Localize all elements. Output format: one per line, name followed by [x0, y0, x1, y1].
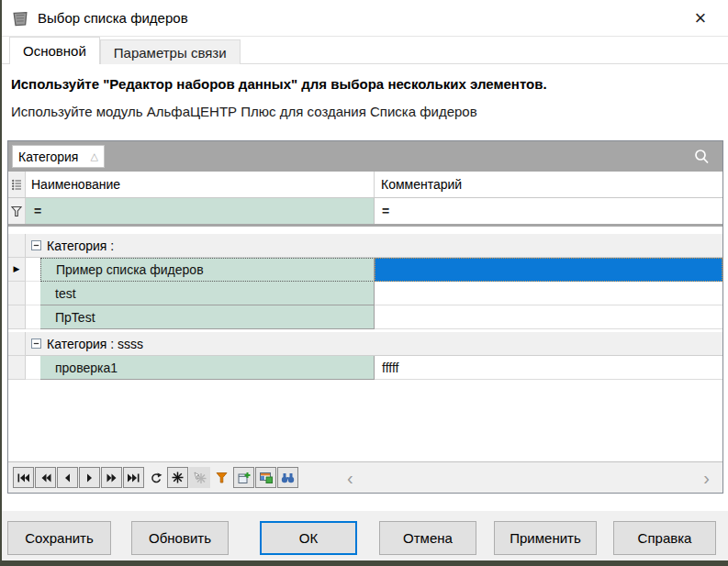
last-record-icon: [128, 473, 140, 483]
nav-next-page-button[interactable]: [101, 467, 122, 488]
group-row-category-ssss[interactable]: Категория : ssss: [8, 332, 722, 356]
nav-prev-record-button[interactable]: [57, 467, 78, 488]
spacer: [8, 227, 722, 234]
edit-record-disabled-icon: [194, 472, 207, 484]
scroll-right-icon[interactable]: ›: [703, 469, 710, 487]
tab-page-main: Используйте "Редактор наборов данных" дл…: [2, 64, 728, 511]
nav-next-record-button[interactable]: [79, 467, 100, 488]
collapse-icon[interactable]: [31, 240, 41, 250]
table-row[interactable]: проверка1 fffff: [8, 356, 722, 380]
help-button[interactable]: Справка: [613, 521, 716, 555]
nav-filter-button[interactable]: [211, 467, 232, 488]
current-row-arrow-icon: ▶: [14, 265, 20, 273]
refresh-button[interactable]: Обновить: [131, 521, 229, 555]
refresh-icon: [150, 472, 162, 483]
tab-connection-params[interactable]: Параметры связи: [100, 39, 241, 64]
row-indicator: ▶: [8, 258, 26, 282]
nav-first-record-button[interactable]: [13, 467, 34, 488]
cell-name[interactable]: Пример списка фидеров: [40, 258, 375, 282]
column-header-row: Наименование Комментарий: [8, 172, 722, 198]
cancel-button[interactable]: Отмена: [379, 521, 476, 555]
cell-comment[interactable]: [375, 305, 722, 329]
filter-funnel-icon: [11, 205, 22, 217]
scroll-left-icon[interactable]: ‹: [347, 469, 353, 487]
apply-button[interactable]: Применить: [494, 521, 597, 555]
nav-new-record-button[interactable]: [167, 467, 188, 488]
dialog-window: Выбор списка фидеров × Основной Параметр…: [2, 0, 728, 560]
horizontal-scrollbar[interactable]: ‹ ›: [299, 462, 722, 493]
column-chooser-icon: [12, 179, 22, 191]
row-indicator: [8, 305, 26, 329]
auto-filter-row: = =: [8, 198, 722, 224]
group-by-panel: Категория △: [8, 141, 722, 172]
filter-row-indicator[interactable]: [8, 198, 26, 224]
instruction-normal: Используйте модуль АльфаЦЕНТР Плюс для с…: [11, 104, 719, 119]
collapse-icon[interactable]: [31, 338, 41, 349]
cell-comment-selected[interactable]: [375, 258, 722, 282]
close-icon: ×: [695, 6, 707, 30]
title-bar: Выбор списка фидеров ×: [2, 0, 728, 37]
ok-button[interactable]: ОК: [260, 521, 357, 555]
close-button[interactable]: ×: [682, 3, 719, 34]
add-item-icon: [238, 472, 251, 484]
tab-main[interactable]: Основной: [9, 37, 100, 64]
grid-empty-area: [8, 380, 722, 461]
tab-strip: Основной Параметры связи: [2, 37, 728, 64]
cell-name[interactable]: ПрTest: [40, 305, 375, 329]
nav-last-record-button[interactable]: [123, 467, 144, 488]
prev-page-icon: [40, 473, 51, 483]
group-label: Категория :: [47, 239, 114, 253]
prev-record-icon: [64, 473, 71, 483]
column-chooser-cell[interactable]: [8, 172, 26, 197]
cell-name[interactable]: проверка1: [40, 356, 375, 380]
column-header-name[interactable]: Наименование: [26, 172, 375, 197]
filter-cell-name[interactable]: =: [26, 198, 375, 224]
nav-refresh-button[interactable]: [145, 467, 166, 488]
first-record-icon: [17, 473, 29, 483]
data-navigator: ‹ ›: [8, 461, 722, 493]
nav-find-button[interactable]: [277, 467, 298, 488]
feeder-list-grid: Категория △ Наименование Коммен: [7, 140, 723, 494]
dialog-footer: Сохранить Обновить ОК Отмена Применить С…: [2, 511, 728, 560]
binoculars-icon: [281, 472, 295, 483]
next-record-icon: [86, 473, 93, 483]
instruction-bold: Используйте "Редактор наборов данных" дл…: [11, 76, 719, 92]
table-row[interactable]: test: [8, 282, 722, 305]
nav-customize-layout-button[interactable]: [255, 467, 276, 488]
filter-cell-comment[interactable]: =: [375, 198, 722, 224]
nav-add-item-button[interactable]: [233, 467, 254, 488]
table-row[interactable]: ПрTest: [8, 305, 722, 329]
filter-icon: [216, 472, 228, 483]
cell-comment[interactable]: [375, 282, 722, 305]
new-record-icon: [172, 472, 184, 483]
nav-edit-record-button-disabled: [189, 467, 210, 488]
table-row-selected[interactable]: ▶ Пример списка фидеров: [8, 258, 722, 282]
group-row-category-empty[interactable]: Категория :: [8, 234, 722, 258]
search-icon: [691, 147, 711, 167]
sort-ascending-icon: △: [91, 150, 98, 162]
window-title: Выбор списка фидеров: [38, 10, 188, 26]
app-icon: [11, 9, 29, 28]
nav-prev-page-button[interactable]: [35, 467, 56, 488]
next-page-icon: [106, 473, 118, 483]
cell-name[interactable]: test: [40, 282, 375, 305]
customize-layout-icon: [260, 472, 273, 483]
grid-search-button[interactable]: [688, 143, 715, 171]
row-indicator: [8, 282, 26, 305]
row-indicator: [8, 356, 26, 380]
save-button[interactable]: Сохранить: [7, 521, 111, 555]
group-by-category-button[interactable]: Категория △: [12, 145, 105, 168]
cell-comment[interactable]: fffff: [375, 356, 722, 380]
group-label: Категория : ssss: [47, 337, 143, 351]
column-header-comment[interactable]: Комментарий: [375, 172, 722, 197]
